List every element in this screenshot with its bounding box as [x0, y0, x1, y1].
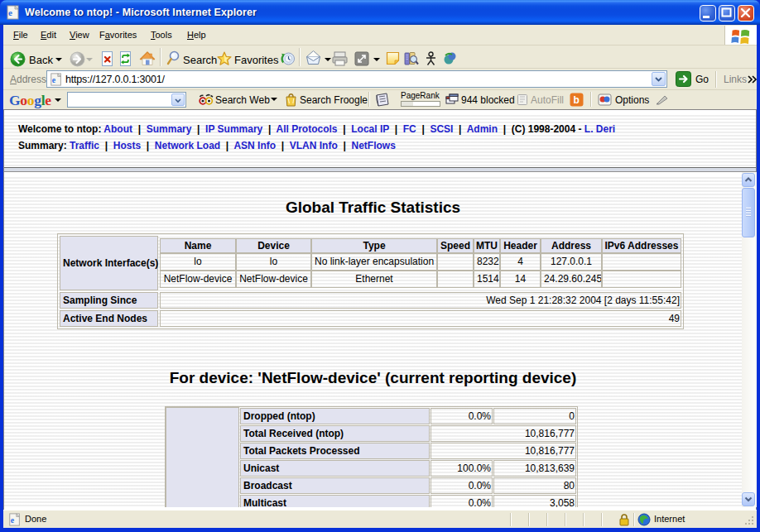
svg-text:e: e — [11, 515, 15, 525]
svg-text:e: e — [52, 75, 56, 84]
svg-text:e: e — [8, 7, 12, 17]
svg-text:b: b — [574, 94, 580, 106]
